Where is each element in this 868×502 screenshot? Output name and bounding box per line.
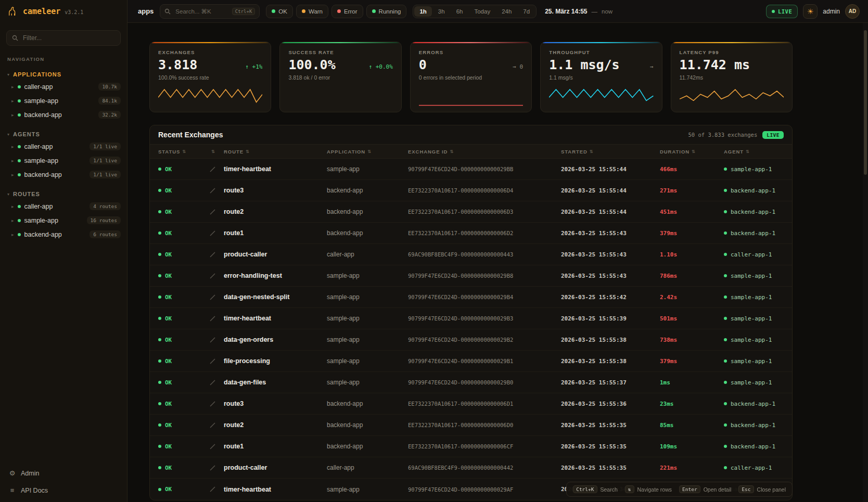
table-row[interactable]: OK timer-heartbeat sample-app 90799F47E6… — [150, 308, 792, 329]
datetime-display: 25. März 14:55 — now — [545, 8, 612, 15]
row-route: route3 — [224, 400, 327, 407]
row-exchange-id: 90799F47E6CD24D-00000000000029AF — [408, 486, 561, 493]
sidebar-item[interactable]: ▸ backend-app 6 routes — [0, 227, 127, 241]
time-range-button[interactable]: 7d — [518, 6, 535, 17]
sidebar-footer-item[interactable]: ≡ API Docs — [0, 482, 127, 499]
sidebar-section-header[interactable]: ▾ APPLICATIONS — [0, 69, 127, 80]
status-dot — [18, 145, 21, 148]
time-range-button[interactable]: 3h — [433, 6, 450, 17]
table-row[interactable]: OK route1 backend-app EE7322370A10617-00… — [150, 223, 792, 244]
row-status: OK — [165, 187, 172, 194]
row-started: 2026-03-25 15:55:35 — [561, 465, 660, 471]
row-status: OK — [165, 422, 172, 429]
time-range-button[interactable]: 24h — [496, 6, 517, 17]
datetime-value: 25. März 14:55 — [545, 8, 587, 15]
status-filter-chip[interactable]: OK — [266, 5, 293, 18]
kpi-card: THROUGHPUT 1.1 msg/s → 1.1 msg/s — [540, 42, 662, 112]
time-range-button[interactable]: Today — [469, 6, 495, 17]
row-agent: sample-app-1 — [731, 294, 772, 301]
row-exchange-id: 69AC90BF8EBC4F9-0000000000000443 — [408, 251, 561, 258]
status-filter-chip[interactable]: Warn — [296, 5, 328, 18]
sidebar-footer-item[interactable]: ⚙ Admin — [0, 465, 127, 482]
row-duration: 466ms — [660, 166, 724, 173]
sidebar-item[interactable]: ▸ caller-app 10.7k — [0, 80, 127, 94]
row-duration: 738ms — [660, 337, 724, 343]
table-row[interactable]: OK timer-heartbeat sample-app 90799F47E6… — [150, 159, 792, 180]
search-box[interactable]: Ctrl+K — [160, 4, 260, 19]
chevron-right-icon: ▸ — [11, 172, 14, 177]
row-exchange-id: EE7322370A10617-00000000000006D0 — [408, 422, 561, 428]
row-status-dot — [158, 253, 161, 256]
live-toggle[interactable]: LIVE — [766, 5, 798, 18]
table-row[interactable]: OK product-caller caller-app 69AC90BF8EB… — [150, 244, 792, 265]
row-duration: 271ms — [660, 187, 724, 194]
row-status-dot — [158, 210, 161, 213]
column-header[interactable]: AGENT ⇅ — [724, 149, 784, 155]
sidebar-filter-box[interactable] — [6, 30, 121, 46]
sidebar-item[interactable]: ▸ caller-app 1/1 live — [0, 139, 127, 153]
sidebar-item[interactable]: ▸ caller-app 4 routes — [0, 199, 127, 213]
agent-status-dot — [724, 402, 727, 405]
row-application: sample-app — [327, 486, 408, 493]
sidebar-item[interactable]: ▸ sample-app 84.1k — [0, 94, 127, 108]
sidebar-section-header[interactable]: ▾ AGENTS — [0, 129, 127, 139]
sidebar-item[interactable]: ▸ backend-app 32.2k — [0, 108, 127, 122]
search-input[interactable] — [174, 8, 228, 15]
row-route: timer-heartbeat — [224, 165, 327, 173]
table-row[interactable]: OK route1 backend-app EE7322370A10617-00… — [150, 436, 792, 457]
row-route: route3 — [224, 187, 327, 194]
column-header[interactable]: EXCHANGE ID ⇅ — [408, 149, 561, 155]
table-row[interactable]: OK route2 backend-app EE7322370A10617-00… — [150, 201, 792, 223]
column-header[interactable]: STATUS ⇅ — [158, 149, 209, 155]
row-duration: 2.42s — [660, 294, 724, 301]
table-row[interactable]: OK route2 backend-app EE7322370A10617-00… — [150, 415, 792, 436]
column-header[interactable]: ROUTE ⇅ — [224, 149, 327, 155]
agent-status-dot — [724, 466, 727, 469]
theme-toggle-button[interactable]: ☀ — [803, 4, 818, 19]
table-row[interactable]: OK file-processing sample-app 90799F47E6… — [150, 351, 792, 372]
row-status: OK — [165, 401, 172, 407]
row-agent: sample-app-1 — [731, 379, 772, 386]
table-row[interactable]: OK route3 backend-app EE7322370A10617-00… — [150, 393, 792, 415]
column-header[interactable]: STARTED ⇅ — [561, 149, 660, 155]
kpi-sparkline — [680, 87, 784, 107]
status-chip-dot — [372, 9, 376, 13]
agent-status-dot — [724, 274, 727, 277]
row-trend-icon — [209, 379, 224, 386]
kpi-label: EXCHANGES — [158, 49, 262, 55]
row-trend-icon — [209, 337, 224, 343]
row-status-dot — [158, 317, 161, 320]
section-items: ▸ caller-app 4 routes ▸ sample-app 16 ro… — [0, 199, 127, 241]
chevron-right-icon: ▸ — [11, 204, 14, 209]
keyboard-hints-bar: Ctrl+K Search ⇅ Navigate rows Enter Open… — [566, 482, 793, 497]
column-header[interactable]: ⇅ — [209, 149, 224, 154]
status-filter-chip[interactable]: Running — [366, 5, 407, 18]
search-icon — [12, 35, 18, 41]
table-row[interactable]: OK data-gen-nested-split sample-app 9079… — [150, 287, 792, 308]
table-row[interactable]: OK data-gen-orders sample-app 90799F47E6… — [150, 329, 792, 351]
status-filter-chip[interactable]: Error — [331, 5, 363, 18]
time-range-button[interactable]: 6h — [451, 6, 468, 17]
avatar[interactable]: AD — [845, 4, 860, 19]
scrollbar-thumb[interactable] — [864, 30, 867, 175]
table-row[interactable]: OK error-handling-test sample-app 90799F… — [150, 265, 792, 287]
sidebar-item-label: backend-app — [24, 171, 86, 178]
table-row[interactable]: OK data-gen-files sample-app 90799F47E6C… — [150, 372, 792, 393]
sidebar-section: ▾ ROUTES ▸ caller-app 4 routes ▸ sample-… — [0, 189, 127, 241]
row-route: route1 — [224, 229, 327, 237]
sidebar-item[interactable]: ▸ sample-app 1/1 live — [0, 153, 127, 168]
table-row[interactable]: OK product-caller caller-app 69AC90BF8EB… — [150, 457, 792, 479]
sidebar-item[interactable]: ▸ sample-app 16 routes — [0, 213, 127, 227]
row-status: OK — [165, 294, 172, 301]
time-range-button[interactable]: 1h — [414, 6, 431, 17]
sidebar-item[interactable]: ▸ backend-app 1/1 live — [0, 168, 127, 182]
row-application: backend-app — [327, 421, 408, 429]
sidebar-item-badge: 1/1 live — [90, 143, 121, 150]
table-row[interactable]: OK route3 backend-app EE7322370A10617-00… — [150, 180, 792, 201]
sidebar-section-header[interactable]: ▾ ROUTES — [0, 189, 127, 199]
column-header[interactable]: APPLICATION ⇅ — [327, 149, 408, 155]
sidebar-filter-input[interactable] — [22, 34, 115, 42]
row-trend-icon — [209, 465, 224, 471]
row-application: caller-app — [327, 251, 408, 258]
column-header[interactable]: DURATION ⇅ — [660, 149, 724, 155]
